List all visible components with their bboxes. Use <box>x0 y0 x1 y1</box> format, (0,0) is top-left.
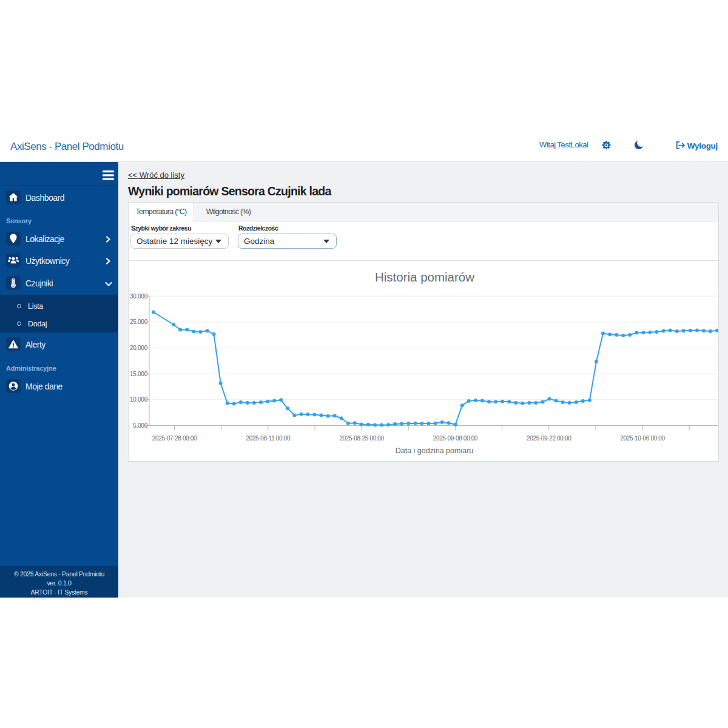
svg-text:Historia pomiarów: Historia pomiarów <box>375 270 474 284</box>
svg-text:2025-09-22 00:00: 2025-09-22 00:00 <box>527 435 571 442</box>
svg-text:2025-07-28 00:00: 2025-07-28 00:00 <box>152 435 197 442</box>
svg-text:2025-09-08 00:00: 2025-09-08 00:00 <box>433 435 478 442</box>
svg-text:15.000: 15.000 <box>130 371 148 377</box>
svg-text:20.000: 20.000 <box>130 345 148 351</box>
svg-text:30.000: 30.000 <box>130 293 148 300</box>
svg-text:2025-10-06 00:00: 2025-10-06 00:00 <box>620 435 665 442</box>
svg-text:2025-08-25 00:00: 2025-08-25 00:00 <box>339 435 384 442</box>
svg-text:25.000: 25.000 <box>130 318 148 325</box>
svg-text:10.000: 10.000 <box>130 396 148 403</box>
svg-text:2025-08-11 00:00: 2025-08-11 00:00 <box>246 435 290 442</box>
svg-text:5.000: 5.000 <box>133 422 147 429</box>
svg-text:Data i godzina pomiaru: Data i godzina pomiaru <box>396 447 474 455</box>
